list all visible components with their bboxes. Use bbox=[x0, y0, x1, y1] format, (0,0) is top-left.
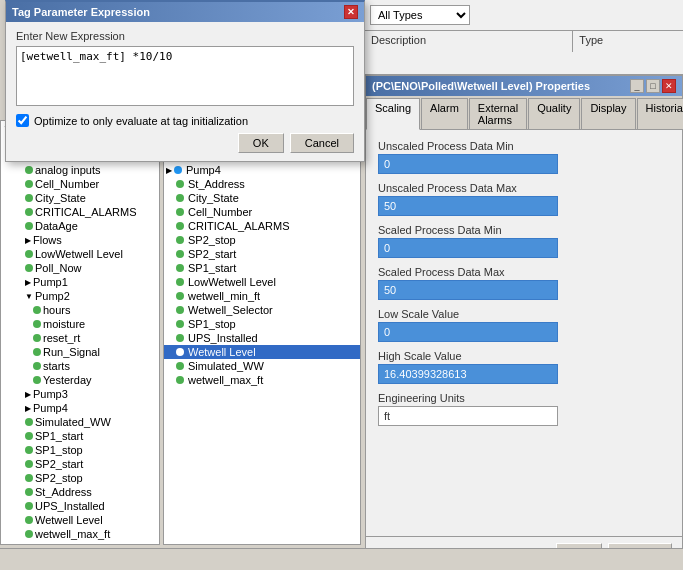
optimize-label: Optimize to only evaluate at tag initial… bbox=[34, 115, 248, 127]
tree-node-label: Pump1 bbox=[33, 276, 68, 288]
tree-item[interactable]: Simulated_WW bbox=[1, 415, 159, 429]
tree-item[interactable]: wetwell_max_ft bbox=[1, 527, 159, 541]
type-filter-dropdown[interactable]: All Types bbox=[370, 5, 470, 25]
tag-icon bbox=[33, 306, 41, 314]
field-label-unscaled-max: Unscaled Process Data Max bbox=[378, 182, 670, 194]
tree-item-selected[interactable]: Wetwell Level bbox=[164, 345, 360, 359]
tree-item[interactable]: CRITICAL_ALARMS bbox=[1, 205, 159, 219]
tree-item[interactable]: wetwell_max_ft bbox=[164, 373, 360, 387]
tab-scaling[interactable]: Scaling bbox=[366, 98, 420, 130]
tree-item[interactable]: LowWetwell Level bbox=[1, 247, 159, 261]
tag-icon bbox=[25, 222, 33, 230]
input-scaled-max[interactable] bbox=[378, 280, 558, 300]
folder-icon bbox=[174, 166, 182, 174]
tree-item[interactable]: Cell_Number bbox=[164, 205, 360, 219]
tree-item[interactable]: hours bbox=[1, 303, 159, 317]
tree-item[interactable]: St_Address bbox=[164, 177, 360, 191]
field-label-eng-units: Engineering Units bbox=[378, 392, 670, 404]
tree-node-label: St_Address bbox=[188, 178, 245, 190]
tree-node-label: City_State bbox=[188, 192, 239, 204]
tree-item[interactable]: Wetwell Level bbox=[1, 513, 159, 527]
dialog-close-button[interactable]: ✕ bbox=[344, 5, 358, 19]
tree-item[interactable]: ▶ Pump3 bbox=[1, 387, 159, 401]
tree-item[interactable]: starts bbox=[1, 359, 159, 373]
tree-item[interactable]: Run_Signal bbox=[1, 345, 159, 359]
expression-input[interactable]: [wetwell_max_ft] *10/10 bbox=[16, 46, 354, 106]
tree-item[interactable]: Yesterday bbox=[1, 373, 159, 387]
tree-node-label: SP1_stop bbox=[35, 444, 83, 456]
tree-node-label: LowWetwell Level bbox=[35, 248, 123, 260]
tree-item[interactable]: SP2_start bbox=[164, 247, 360, 261]
tree-item[interactable]: LowWetwell Level bbox=[164, 275, 360, 289]
maximize-button[interactable]: □ bbox=[646, 79, 660, 93]
tree-item[interactable]: DataAge bbox=[1, 219, 159, 233]
tree-item[interactable]: wetwell_min_ft bbox=[164, 289, 360, 303]
tree-item[interactable]: SP1_start bbox=[164, 261, 360, 275]
tree-item[interactable]: SP2_start bbox=[1, 457, 159, 471]
tree-node-label: Pump4 bbox=[186, 164, 221, 176]
tree-item[interactable]: ▼ Pump2 bbox=[1, 289, 159, 303]
properties-panel: (PC\ENO\Polled\Wetwell Level) Properties… bbox=[365, 75, 683, 570]
minimize-button[interactable]: _ bbox=[630, 79, 644, 93]
tree-item[interactable]: SP2_stop bbox=[1, 471, 159, 485]
status-bar bbox=[0, 548, 683, 570]
expand-icon: ▶ bbox=[166, 166, 172, 175]
tree-item[interactable]: Poll_Now bbox=[1, 261, 159, 275]
input-high-scale[interactable] bbox=[378, 364, 558, 384]
tree-item[interactable]: UPS_Installed bbox=[164, 331, 360, 345]
tree-node-label: Cell_Number bbox=[188, 206, 252, 218]
tree-item[interactable]: Wetwell_Selector bbox=[164, 303, 360, 317]
tab-quality[interactable]: Quality bbox=[528, 98, 580, 129]
tree-item[interactable]: SP1_stop bbox=[164, 317, 360, 331]
tree-node-label: SP1_start bbox=[188, 262, 236, 274]
tree-item[interactable]: analog inputs bbox=[1, 163, 159, 177]
tree-item[interactable]: ▶ Pump4 bbox=[164, 163, 360, 177]
tree-node-label: SP2_start bbox=[35, 458, 83, 470]
dialog-cancel-button[interactable]: Cancel bbox=[290, 133, 354, 153]
expand-icon: ▶ bbox=[25, 390, 31, 399]
tree-item[interactable]: UPS_Installed bbox=[1, 499, 159, 513]
tree-item[interactable]: ▶ Flows bbox=[1, 233, 159, 247]
input-scaled-min[interactable] bbox=[378, 238, 558, 258]
tree-node-label: UPS_Installed bbox=[188, 332, 258, 344]
tree-item[interactable]: St_Address bbox=[1, 485, 159, 499]
middle-tree-panel: ▶ Pump1 ▶ Pump2 ▶ Pump3 ▶ Pump4 St_Addre… bbox=[163, 120, 361, 545]
input-eng-units[interactable] bbox=[378, 406, 558, 426]
tag-icon bbox=[25, 166, 33, 174]
tree-item[interactable]: Cell_Number bbox=[1, 177, 159, 191]
tag-icon bbox=[33, 376, 41, 384]
tree-item[interactable]: Simulated_WW bbox=[164, 359, 360, 373]
tag-icon bbox=[25, 194, 33, 202]
tree-item[interactable]: reset_rt bbox=[1, 331, 159, 345]
tag-icon bbox=[176, 376, 184, 384]
input-unscaled-max[interactable] bbox=[378, 196, 558, 216]
tab-alarm[interactable]: Alarm bbox=[421, 98, 468, 129]
dialog-footer: OK Cancel bbox=[16, 133, 354, 153]
tree-item[interactable]: SP2_stop bbox=[164, 233, 360, 247]
tab-display[interactable]: Display bbox=[581, 98, 635, 129]
tag-icon bbox=[25, 474, 33, 482]
tree-item[interactable]: SP1_start bbox=[1, 429, 159, 443]
tree-item[interactable]: SP1_stop bbox=[1, 443, 159, 457]
tree-item[interactable]: moisture bbox=[1, 317, 159, 331]
tree-item[interactable]: City_State bbox=[164, 191, 360, 205]
close-button[interactable]: ✕ bbox=[662, 79, 676, 93]
tab-external-alarms[interactable]: External Alarms bbox=[469, 98, 527, 129]
tree-item[interactable]: City_State bbox=[1, 191, 159, 205]
field-label-unscaled-min: Unscaled Process Data Min bbox=[378, 140, 670, 152]
tab-historian[interactable]: Historian bbox=[637, 98, 684, 129]
tree-item[interactable]: ▶ Pump4 bbox=[1, 401, 159, 415]
tree-item[interactable]: wetwell_min_ft bbox=[1, 541, 159, 545]
optimize-checkbox[interactable] bbox=[16, 114, 29, 127]
tree-node-label: SP1_start bbox=[35, 430, 83, 442]
dialog-ok-button[interactable]: OK bbox=[238, 133, 284, 153]
tree-item[interactable]: ▶ Pump1 bbox=[1, 275, 159, 289]
tag-icon bbox=[33, 334, 41, 342]
tree-item[interactable]: CRITICAL_ALARMS bbox=[164, 219, 360, 233]
input-low-scale[interactable] bbox=[378, 322, 558, 342]
tag-icon bbox=[176, 194, 184, 202]
tag-icon bbox=[25, 432, 33, 440]
expand-icon: ▶ bbox=[25, 278, 31, 287]
tag-parameter-dialog: Tag Parameter Expression ✕ Enter New Exp… bbox=[5, 0, 365, 162]
input-unscaled-min[interactable] bbox=[378, 154, 558, 174]
